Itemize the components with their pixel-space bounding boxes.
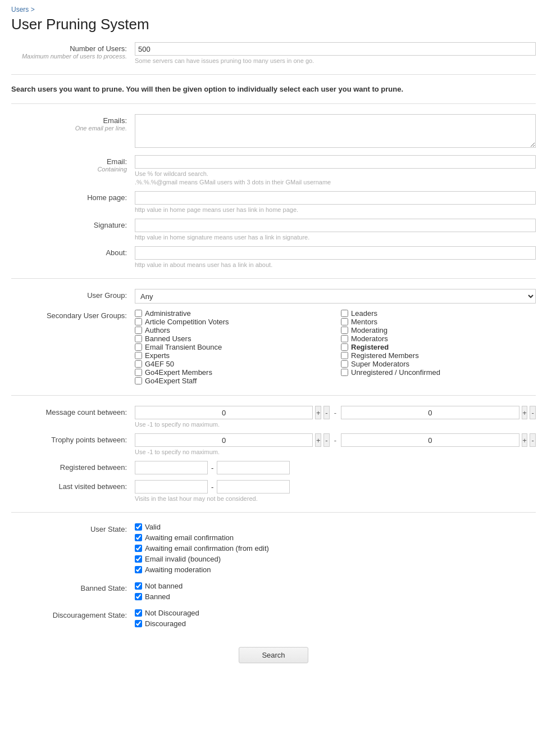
trophy-points-row: Trophy points between: + - - + - Use -1 … — [11, 433, 536, 455]
sg-g4em-label[interactable]: Go4Expert Members — [145, 368, 212, 377]
sg-etb-checkbox[interactable] — [135, 343, 142, 351]
us-email-invalid-label[interactable]: Email invalid (bounced) — [145, 555, 221, 563]
trophy-points-field: + - - + - Use -1 to specify no maximum. — [135, 433, 536, 455]
sg-regmembers-label[interactable]: Registered Members — [351, 351, 419, 360]
sg-administrative-label[interactable]: Administrative — [145, 309, 191, 318]
sg-mentors-label[interactable]: Mentors — [351, 318, 377, 326]
ds-discouraged-label[interactable]: Discouraged — [145, 619, 186, 628]
us-await-email-label[interactable]: Awaiting email confirmation — [145, 533, 234, 542]
about-field: http value in about means user has a lin… — [135, 246, 536, 268]
sg-experts-checkbox[interactable] — [135, 352, 142, 359]
last-visited-row: Last visited between: - Visits in the la… — [11, 480, 536, 502]
sg-regmembers-checkbox[interactable] — [341, 352, 348, 359]
trophy-points-max-plus[interactable]: + — [522, 433, 528, 447]
last-visited-start[interactable] — [135, 480, 208, 494]
message-count-max-plus[interactable]: + — [522, 406, 528, 419]
sg-experts-label[interactable]: Experts — [145, 351, 170, 360]
email-input[interactable] — [135, 155, 536, 169]
ds-notdiscouraged-checkbox[interactable] — [135, 609, 142, 617]
homepage-input[interactable] — [135, 191, 536, 205]
emails-textarea[interactable] — [135, 114, 536, 148]
num-users-hint: Some servers can have issues pruning too… — [135, 57, 536, 64]
us-email-invalid-checkbox[interactable] — [135, 555, 142, 563]
bs-banned-checkbox[interactable] — [135, 593, 142, 600]
us-await-email-checkbox[interactable] — [135, 534, 142, 541]
trophy-points-max[interactable] — [341, 433, 519, 447]
num-users-label: Number of Users: Maximum number of users… — [11, 42, 135, 60]
email-field: Use % for wildcard search. .%.%.%@gmail … — [135, 155, 536, 185]
sg-moderators-label[interactable]: Moderators — [351, 334, 388, 343]
num-users-input[interactable] — [135, 42, 536, 56]
sg-supermods-label[interactable]: Super Moderators — [351, 360, 409, 368]
user-group-select[interactable]: Any Administrators Moderators Registered… — [135, 289, 536, 304]
message-count-dash: - — [334, 409, 336, 417]
registered-between-start[interactable] — [135, 461, 208, 474]
bs-notbanned-checkbox[interactable] — [135, 582, 142, 590]
bs-banned-label[interactable]: Banned — [145, 592, 170, 601]
message-count-min-plus[interactable]: + — [315, 406, 321, 419]
sg-moderators-checkbox[interactable] — [341, 335, 348, 342]
sg-g4es-label[interactable]: Go4Expert Staff — [145, 377, 197, 385]
sg-unregistered-checkbox[interactable] — [341, 369, 348, 376]
bs-notbanned-label[interactable]: Not banned — [145, 582, 183, 590]
message-count-max[interactable] — [341, 406, 519, 419]
registered-between-end[interactable] — [217, 461, 290, 474]
sg-authors-checkbox[interactable] — [135, 327, 142, 334]
divider-2 — [11, 103, 536, 104]
sg-leaders: Leaders — [341, 309, 536, 318]
search-button[interactable]: Search — [239, 647, 308, 663]
us-await-mod-checkbox[interactable] — [135, 566, 142, 573]
sg-registered-label[interactable]: Registered — [351, 343, 389, 351]
message-count-min[interactable] — [135, 406, 313, 419]
ds-discouraged-checkbox[interactable] — [135, 620, 142, 627]
about-label: About: — [11, 246, 135, 257]
trophy-points-min[interactable] — [135, 433, 313, 447]
sg-g4em-checkbox[interactable] — [135, 369, 142, 376]
sg-leaders-checkbox[interactable] — [341, 310, 348, 317]
secondary-groups-label: Secondary User Groups: — [11, 309, 135, 320]
sg-mentors-checkbox[interactable] — [341, 318, 348, 325]
sg-g4ef50-checkbox[interactable] — [135, 360, 142, 368]
last-visited-end[interactable] — [217, 480, 290, 494]
sg-acv-checkbox[interactable] — [135, 318, 142, 325]
us-valid-checkbox[interactable] — [135, 523, 142, 531]
sg-authors: Authors — [135, 326, 330, 334]
sg-etb-label[interactable]: Email Transient Bounce — [145, 343, 222, 351]
us-await-email-edit-checkbox[interactable] — [135, 545, 142, 552]
us-await-mod-label[interactable]: Awaiting moderation — [145, 565, 211, 574]
trophy-points-max-minus[interactable]: - — [530, 433, 536, 447]
signature-hint: http value in home signature means user … — [135, 234, 536, 241]
breadcrumb: Users > — [11, 6, 536, 13]
sg-moderating-checkbox[interactable] — [341, 327, 348, 334]
sg-banned-label[interactable]: Banned Users — [145, 334, 191, 343]
trophy-points-min-plus[interactable]: + — [315, 433, 321, 447]
breadcrumb-users-link[interactable]: Users — [11, 6, 29, 13]
us-await-email-edit-label[interactable]: Awaiting email confirmation (from edit) — [145, 544, 269, 553]
sg-g4ef50: G4EF 50 — [135, 360, 330, 368]
banned-state-row: Banned State: Not banned Banned — [11, 582, 536, 603]
registered-between-label: Registered between: — [11, 461, 135, 472]
sg-moderating-label[interactable]: Moderating — [351, 326, 388, 334]
us-valid-label[interactable]: Valid — [145, 523, 161, 531]
about-input[interactable] — [135, 246, 536, 260]
sg-g4ef50-label[interactable]: G4EF 50 — [145, 360, 174, 368]
sg-unregistered-label[interactable]: Unregistered / Unconfirmed — [351, 368, 440, 377]
us-valid: Valid — [135, 523, 536, 531]
sg-authors-label[interactable]: Authors — [145, 326, 170, 334]
message-count-min-minus[interactable]: - — [323, 406, 330, 419]
sg-supermods-checkbox[interactable] — [341, 360, 348, 368]
sg-g4em: Go4Expert Members — [135, 368, 330, 377]
sg-g4es-checkbox[interactable] — [135, 377, 142, 384]
sg-registered-checkbox[interactable] — [341, 343, 348, 351]
user-group-field: Any Administrators Moderators Registered… — [135, 289, 536, 304]
signature-input[interactable] — [135, 219, 536, 232]
message-count-max-minus[interactable]: - — [530, 406, 536, 419]
trophy-points-min-minus[interactable]: - — [323, 433, 330, 447]
sg-leaders-label[interactable]: Leaders — [351, 309, 377, 318]
homepage-hint: http value in home page means user has l… — [135, 206, 536, 213]
sg-acv-label[interactable]: Article Competition Voters — [145, 318, 229, 326]
sg-administrative-checkbox[interactable] — [135, 310, 142, 317]
sg-banned-checkbox[interactable] — [135, 335, 142, 342]
banned-state-field: Not banned Banned — [135, 582, 536, 603]
ds-notdiscouraged-label[interactable]: Not Discouraged — [145, 609, 199, 617]
